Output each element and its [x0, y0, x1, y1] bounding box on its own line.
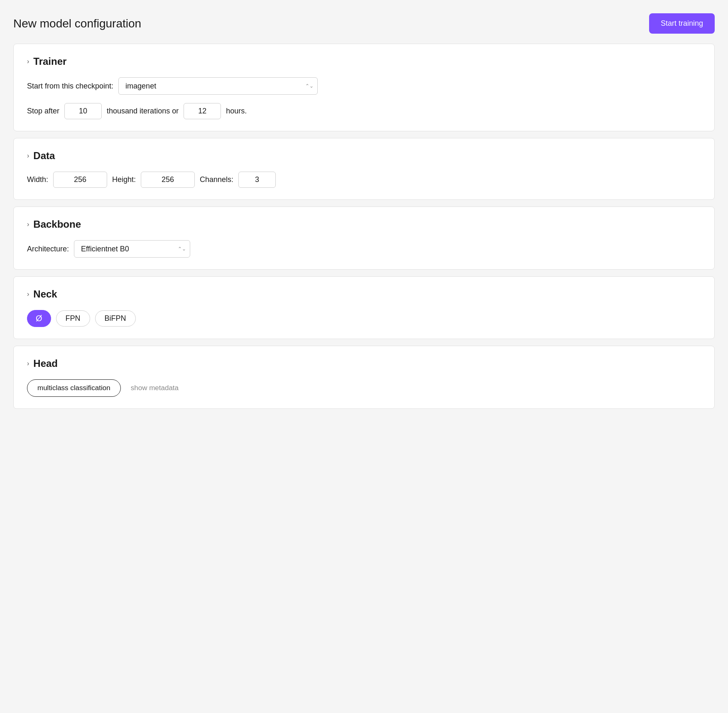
- head-section-header[interactable]: › Head: [27, 358, 701, 369]
- width-input[interactable]: [53, 172, 107, 188]
- page-title: New model configuration: [13, 17, 141, 30]
- page-header: New model configuration Start training: [13, 13, 715, 34]
- neck-pill-bifpn[interactable]: BiFPN: [95, 310, 136, 327]
- stop-after-label: Stop after: [27, 107, 59, 116]
- head-pill-multiclass[interactable]: multiclass classification: [27, 379, 121, 397]
- data-section: › Data Width: Height: Channels:: [13, 138, 715, 200]
- width-label: Width:: [27, 175, 48, 184]
- architecture-select-wrapper: Efficientnet B0 Efficientnet B1 ResNet50…: [74, 240, 190, 258]
- channels-label: Channels:: [200, 175, 233, 184]
- channels-input[interactable]: [238, 172, 276, 188]
- data-section-title: Data: [33, 150, 55, 162]
- checkpoint-select[interactable]: imagenet coco none: [118, 77, 318, 95]
- checkpoint-label: Start from this checkpoint:: [27, 82, 113, 91]
- hours-input[interactable]: [184, 103, 221, 119]
- height-input[interactable]: [141, 172, 195, 188]
- checkpoint-row: Start from this checkpoint: imagenet coc…: [27, 77, 701, 95]
- backbone-section-title: Backbone: [33, 219, 81, 230]
- head-pill-group: multiclass classification show metadata: [27, 379, 701, 397]
- data-chevron-icon: ›: [27, 152, 29, 160]
- height-label: Height:: [112, 175, 136, 184]
- neck-pill-none[interactable]: Ø: [27, 310, 51, 327]
- start-training-button[interactable]: Start training: [649, 13, 715, 34]
- backbone-chevron-icon: ›: [27, 221, 29, 228]
- hours-label: hours.: [226, 107, 247, 116]
- neck-pill-fpn[interactable]: FPN: [56, 310, 90, 327]
- backbone-section-header[interactable]: › Backbone: [27, 219, 701, 230]
- architecture-label: Architecture:: [27, 245, 69, 253]
- architecture-select[interactable]: Efficientnet B0 Efficientnet B1 ResNet50…: [74, 240, 190, 258]
- checkpoint-select-wrapper: imagenet coco none: [118, 77, 318, 95]
- neck-section-header[interactable]: › Neck: [27, 288, 701, 300]
- neck-pill-group: Ø FPN BiFPN: [27, 310, 701, 327]
- data-section-header[interactable]: › Data: [27, 150, 701, 162]
- neck-section-title: Neck: [33, 288, 57, 300]
- head-pill-metadata[interactable]: show metadata: [127, 380, 182, 396]
- trainer-section-header[interactable]: › Trainer: [27, 56, 701, 67]
- backbone-section: › Backbone Architecture: Efficientnet B0…: [13, 207, 715, 270]
- trainer-chevron-icon: ›: [27, 58, 29, 65]
- trainer-section-title: Trainer: [33, 56, 66, 67]
- data-fields-row: Width: Height: Channels:: [27, 172, 701, 188]
- trainer-section: › Trainer Start from this checkpoint: im…: [13, 44, 715, 131]
- stop-after-row: Stop after thousand iterations or hours.: [27, 103, 701, 119]
- architecture-row: Architecture: Efficientnet B0 Efficientn…: [27, 240, 701, 258]
- neck-section: › Neck Ø FPN BiFPN: [13, 276, 715, 339]
- neck-chevron-icon: ›: [27, 290, 29, 298]
- head-chevron-icon: ›: [27, 360, 29, 367]
- thousand-iterations-label: thousand iterations or: [107, 107, 179, 116]
- iterations-input[interactable]: [64, 103, 102, 119]
- head-section: › Head multiclass classification show me…: [13, 346, 715, 409]
- head-section-title: Head: [33, 358, 58, 369]
